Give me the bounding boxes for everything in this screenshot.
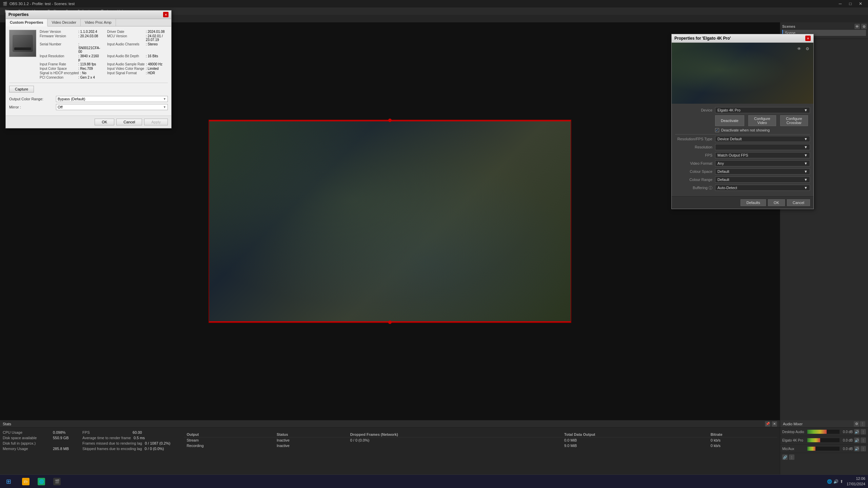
taskbar-obs[interactable]: 🎬 [50, 475, 64, 488]
colour-space-select[interactable]: Default ▼ [715, 168, 810, 175]
resolution-arrow: ▼ [804, 145, 808, 149]
elgato-device-select[interactable]: Elgato 4K Pro ▼ [715, 107, 810, 113]
scene-marker-bottom [209, 321, 571, 322]
colour-range-select[interactable]: Default ▼ [715, 177, 810, 183]
elgato-audio-mute[interactable]: 🔊 [854, 438, 860, 443]
scene-marker-top [209, 120, 571, 121]
hdcp-label: Signal is HDCP encrypted [40, 71, 79, 75]
disk-full-label: Disk full in (approx.) [3, 441, 50, 445]
driver-version-label: Driver Version [40, 30, 77, 34]
stats-close-button[interactable]: ✕ [772, 421, 777, 427]
deactivate-when-label: Deactivate when not showing [721, 128, 770, 132]
firmware-value: : 20.24.03.08 [78, 34, 98, 38]
preview-canvas [209, 120, 571, 323]
serial-value: : SN00121CFA-00 [78, 42, 100, 54]
frame-rate-label: Input Frame Rate [40, 62, 77, 66]
fps-select-value: Match Output FPS [717, 153, 748, 157]
elgato-close-button[interactable]: ✕ [805, 36, 811, 41]
resolution-fps-select[interactable]: Device Default ▼ [715, 136, 810, 142]
tab-video-proc-amp[interactable]: Video Proc Amp [81, 19, 116, 26]
buffering-select[interactable]: Auto-Detect ▼ [715, 185, 810, 191]
obs-icon: 🎬 [53, 478, 61, 485]
audio-mixer-dots2[interactable]: ⋮ [789, 454, 794, 460]
fps-row: FPS 60.00 [82, 430, 170, 434]
mirror-value: Off [58, 105, 62, 109]
properties-apply-button[interactable]: Apply [144, 119, 168, 125]
output-col-bitrate: Bitrate [708, 432, 777, 438]
recording-output: Recording [184, 443, 274, 448]
desktop-audio-fill [807, 430, 827, 434]
scene-dot-bottom [388, 321, 392, 324]
close-button[interactable]: ✕ [856, 0, 865, 7]
audio-mixer-dots[interactable]: ⋮ [860, 421, 865, 427]
desktop-audio-mute[interactable]: 🔊 [854, 429, 860, 434]
video-format-select[interactable]: Any ▼ [715, 160, 810, 166]
video-format-arrow: ▼ [804, 161, 808, 165]
deactivate-checkbox[interactable] [715, 128, 719, 132]
audio-mixer-link[interactable]: 🔗 [782, 454, 788, 460]
window-title: OBS 30.1.2 - Profile: test - Scenes: tes… [9, 2, 75, 6]
resolution-value: : 3840 x 2160 p [78, 54, 100, 62]
output-color-range-select[interactable]: Bypass (Default) ▼ [56, 96, 168, 102]
maximize-button[interactable]: □ [846, 0, 855, 7]
pci-row: PCI Connection : Gen 2 x 4 [40, 76, 100, 79]
resolution-row: Resolution ▼ [675, 144, 810, 150]
configure-video-button[interactable]: Configure Video [748, 115, 776, 126]
mcu-row: MCU Version : 24.02.01 / 23.07.19 [107, 34, 168, 42]
audio-mixer-gear[interactable]: ⚙ [854, 421, 859, 427]
mic-audio-controls: 🔊 ⋮ [854, 446, 866, 451]
configure-crossbar-button[interactable]: Configure Crossbar [780, 115, 808, 126]
properties-dialog-title-bar[interactable]: Properties ✕ [6, 11, 171, 19]
colour-range-arrow: ▼ [804, 178, 808, 182]
colour-range-row: Colour Range Default ▼ [675, 177, 810, 183]
capture-button[interactable]: Capture [9, 86, 34, 93]
elgato-audio-menu[interactable]: ⋮ [861, 438, 866, 443]
elgato-cancel-button[interactable]: Cancel [787, 199, 810, 206]
tab-custom-properties[interactable]: Custom Properties [6, 19, 47, 26]
avg-time-label: Average time to render frame [82, 436, 131, 440]
properties-ok-button[interactable]: OK [95, 119, 114, 125]
fps-select-label: FPS [675, 153, 712, 157]
properties-close-button[interactable]: ✕ [163, 12, 169, 17]
stream-output: Stream [184, 438, 274, 443]
recording-bitrate: 0 kb/s [708, 443, 777, 448]
taskbar-browser[interactable]: 🌐 [34, 475, 49, 488]
memory-row: Memory Usage 285.8 MB [3, 447, 69, 451]
mirror-select[interactable]: Off ▼ [56, 104, 168, 110]
elgato-dialog-title-bar[interactable]: Properties for 'Elgato 4K Pro' ✕ [672, 34, 813, 43]
title-bar: 🎬 OBS 30.1.2 - Profile: test - Scenes: t… [0, 0, 868, 7]
settings-button[interactable]: ⚙ [861, 24, 867, 29]
audio-mixer-label: Audio Mixer [783, 422, 803, 426]
minimize-button[interactable]: ─ [835, 0, 845, 7]
color-space-row: Input Color Space : Rec.709 [40, 67, 100, 70]
output-col-dropped: Dropped Frames (Network) [348, 432, 561, 438]
deactivate-button[interactable]: Deactivate [715, 115, 744, 126]
desktop-audio-menu[interactable]: ⋮ [861, 429, 866, 434]
taskbar-start[interactable]: ⊞ [0, 478, 17, 485]
resolution-fps-value: Device Default [717, 137, 742, 141]
frames-skipped-value: 0 / 0 (0.0%) [145, 447, 164, 451]
elgato-eye-button[interactable]: 👁 [796, 45, 803, 52]
stats-title-bar: Stats 📌 ✕ [0, 420, 780, 428]
colour-space-value: Default [717, 169, 729, 174]
resolution-select[interactable]: ▼ [715, 144, 810, 150]
properties-cancel-button[interactable]: Cancel [116, 119, 142, 125]
elgato-gear-button[interactable]: ⚙ [804, 45, 811, 52]
elgato-ok-button[interactable]: OK [768, 199, 785, 206]
driver-version-row: Driver Version : 1.1.0.202.4 [40, 30, 100, 34]
taskbar-file-explorer[interactable]: 🗁 [18, 475, 33, 488]
tab-video-decoder[interactable]: Video Decoder [47, 19, 81, 26]
resolution-row: Input Resolution : 3840 x 2160 p [40, 54, 100, 62]
mic-audio-mute[interactable]: 🔊 [854, 446, 860, 451]
recording-total: 9.0 MiB [561, 443, 708, 448]
buffering-value: Auto-Detect [717, 186, 737, 190]
elgato-device-value: Elgato 4K Pro [717, 108, 741, 112]
fps-select[interactable]: Match Output FPS ▼ [715, 152, 810, 158]
clock-date: 17/01/2024 [847, 482, 865, 487]
audio-channels-value: : Stereo [146, 42, 158, 46]
elgato-defaults-button[interactable]: Defaults [741, 199, 766, 206]
pci-label: PCI Connection [40, 76, 77, 79]
mic-audio-menu[interactable]: ⋮ [861, 446, 866, 451]
stats-pin-button[interactable]: 📌 [765, 421, 770, 427]
eye-toggle-button[interactable]: 👁 [854, 24, 860, 29]
